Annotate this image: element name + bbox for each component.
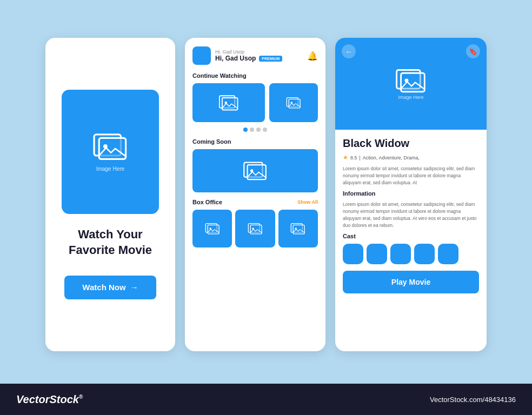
detail-body: Black Widow ★ 8.5 | Action, Adventure, D…: [335, 130, 487, 351]
cast-avatar-5[interactable]: [438, 244, 458, 264]
svg-rect-25: [401, 73, 425, 92]
footer-logo-text: VectorStock®: [16, 393, 83, 406]
cast-avatar-3[interactable]: [390, 244, 411, 264]
footer-url: VectorStock.com/48434136: [430, 396, 516, 404]
cast-row: [343, 244, 479, 264]
browse-screen: Hi, Gad Usop Hi, Gad Usop PREMIUM 🔔 Cont…: [185, 38, 325, 351]
splash-image-label: Image Here: [96, 166, 124, 172]
movie-description: Lorem ipsum dolor sit amet, consetetur s…: [343, 165, 479, 186]
bo-image-icon-3: [290, 223, 305, 235]
svg-rect-22: [294, 225, 305, 234]
browse-header: Hi, Gad Usop Hi, Gad Usop PREMIUM 🔔: [192, 46, 318, 65]
dot-3: [256, 128, 261, 132]
premium-badge: PREMIUM: [259, 56, 282, 62]
svg-rect-13: [248, 165, 266, 179]
bo-image-icon-2: [248, 223, 263, 235]
bo-thumb-3[interactable]: [278, 210, 318, 247]
splash-screen: Image Here Watch Your Favorite Movie Wat…: [45, 38, 175, 351]
movie-title: Black Widow: [343, 137, 479, 150]
play-movie-button[interactable]: Play Movie: [343, 271, 479, 293]
detail-screen: ← 🔖 Image Here Black Widow ★ 8.5 | Actio…: [335, 38, 487, 351]
coming-soon-thumb[interactable]: [192, 149, 318, 192]
cw-image-icon-1: [219, 95, 238, 111]
cw-thumb-2[interactable]: [269, 83, 318, 122]
bo-image-icon-1: [205, 223, 220, 235]
arrow-icon: →: [130, 283, 138, 292]
carousel-dots: [192, 128, 318, 132]
box-office-title: Box Office: [192, 199, 222, 205]
continue-watching-row: [192, 83, 318, 122]
dot-1: [243, 128, 248, 132]
bo-thumb-2[interactable]: [235, 210, 275, 247]
svg-rect-19: [250, 225, 262, 234]
footer-bar: VectorStock® VectorStock.com/48434136: [0, 384, 532, 415]
footer-brand: VectorStock®: [16, 393, 83, 406]
cast-avatar-1[interactable]: [343, 244, 363, 264]
greeting-text: Hi, Gad Usop: [215, 49, 307, 55]
movie-rating: 8.5: [350, 155, 357, 160]
cast-avatar-4[interactable]: [414, 244, 435, 264]
splash-hero-image: Image Here: [62, 90, 159, 214]
box-office-header: Box Office Show All: [192, 199, 318, 205]
dot-2: [250, 128, 254, 132]
cw-image-icon-2: [286, 97, 301, 109]
box-office-row: [192, 210, 318, 247]
svg-rect-16: [208, 225, 219, 234]
dot-4: [263, 128, 267, 132]
movie-meta: ★ 8.5 | Action, Adventure, Drama,: [343, 154, 479, 161]
hero-image-label: Image Here: [398, 95, 423, 100]
cast-title: Cast: [343, 233, 479, 239]
hero-image-placeholder: Image Here: [396, 68, 426, 100]
back-button[interactable]: ←: [342, 44, 356, 58]
show-all-link[interactable]: Show All: [297, 199, 318, 205]
hero-image-icon: [396, 68, 426, 93]
user-name: Hi, Gad Usop: [215, 55, 256, 62]
user-info: Hi, Gad Usop Hi, Gad Usop PREMIUM: [215, 49, 307, 62]
bookmark-button[interactable]: 🔖: [466, 44, 480, 58]
movie-genres: Action, Adventure, Drama,: [363, 155, 420, 160]
detail-hero: ← 🔖 Image Here: [335, 38, 487, 130]
cw-thumb-1[interactable]: [192, 83, 265, 122]
continue-watching-title: Continue Watching: [192, 72, 318, 79]
splash-title: Watch Your Favorite Movie: [69, 227, 152, 258]
star-icon: ★: [343, 154, 348, 161]
svg-rect-4: [99, 138, 125, 159]
image-placeholder-icon: [93, 132, 128, 160]
svg-rect-10: [289, 99, 300, 108]
information-text: Lorem ipsum dolor sit amet, consetetur s…: [343, 201, 479, 229]
svg-rect-7: [222, 98, 238, 110]
coming-soon-title: Coming Soon: [192, 138, 318, 145]
bo-thumb-1[interactable]: [192, 210, 232, 247]
notification-bell-icon[interactable]: 🔔: [307, 51, 318, 61]
user-avatar: [192, 46, 211, 65]
watch-now-button[interactable]: Watch Now →: [64, 276, 156, 299]
coming-soon-image-icon: [243, 161, 267, 180]
information-title: Information: [343, 190, 479, 197]
cast-avatar-2[interactable]: [367, 244, 387, 264]
